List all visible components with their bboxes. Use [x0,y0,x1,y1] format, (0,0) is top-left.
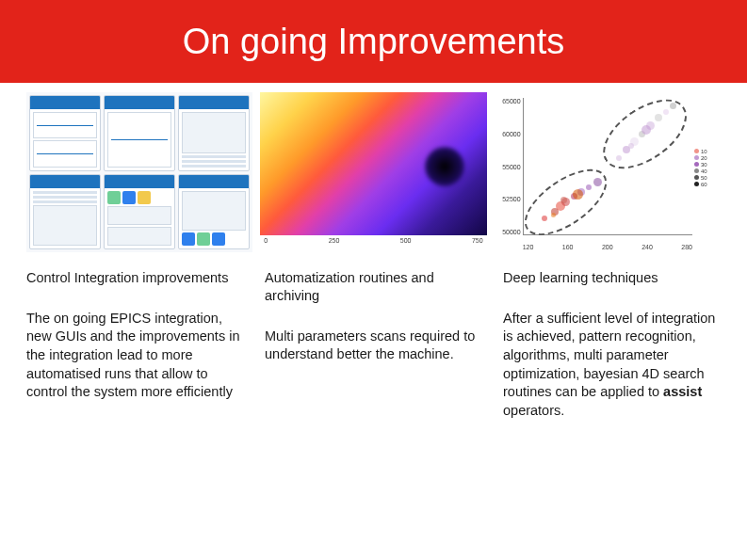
scatter-y-axis: 65000 60000 55000 52500 50000 [495,98,521,235]
scatter-area [523,98,692,235]
legend-label: 40 [701,168,707,174]
tick: 280 [681,244,692,250]
col-2: Automatization routines and archiving Mu… [265,269,482,420]
heatmap-plot: 0 250 500 750 [260,92,486,252]
text-bold: assist [663,384,702,399]
col-1-body: The on going EPICS integration, new GUIs… [26,310,244,402]
tick: 200 [602,244,613,250]
heatmap-gradient [260,92,486,235]
figure-scatter: 65000 60000 55000 52500 50000 120 160 20… [495,92,721,252]
col-3-heading: Deep learning techniques [503,269,721,287]
scatter-x-axis: 120 160 200 240 280 [523,244,692,250]
col-1: Control Integration improvements The on … [26,269,244,420]
text-row: Control Integration improvements The on … [26,269,721,420]
tick: 60000 [495,131,521,137]
slide-content: 0 250 500 750 65000 60000 55000 52500 50… [0,83,747,420]
text: operators. [503,403,564,418]
figure-heatmap: 0 250 500 750 [260,92,486,252]
scatter-plot: 65000 60000 55000 52500 50000 120 160 20… [495,92,721,252]
tick: 55000 [495,164,521,170]
legend-label: 10 [701,149,707,154]
figure-control-guis [26,92,252,252]
col-2-body: Multi parameters scans required to under… [265,328,482,364]
image-row: 0 250 500 750 65000 60000 55000 52500 50… [26,92,721,252]
legend-label: 20 [701,155,707,161]
legend-label: 50 [701,175,707,181]
col-1-heading: Control Integration improvements [26,269,244,287]
col-3: Deep learning techniques After a suffici… [503,269,721,420]
col-2-heading: Automatization routines and archiving [265,269,482,305]
heatmap-x-axis: 0 250 500 750 [260,235,486,252]
tick: 120 [523,244,534,250]
title-bar: On going Improvements [0,0,747,83]
col-3-body: After a sufficient level of integration … [503,310,721,420]
tick: 250 [329,237,340,252]
tick: 240 [641,244,653,250]
tick: 50000 [495,229,521,235]
tick: 52500 [495,196,521,202]
gui-screenshot-collage [26,92,252,252]
legend-label: 60 [701,182,707,187]
scatter-legend: 10 20 30 40 50 60 [694,149,721,187]
tick: 500 [400,237,412,252]
page-title: On going Improvements [183,22,565,62]
tick: 750 [472,237,483,252]
tick: 0 [264,237,268,252]
legend-label: 30 [701,162,707,168]
tick: 65000 [495,98,521,104]
tick: 160 [562,244,574,250]
